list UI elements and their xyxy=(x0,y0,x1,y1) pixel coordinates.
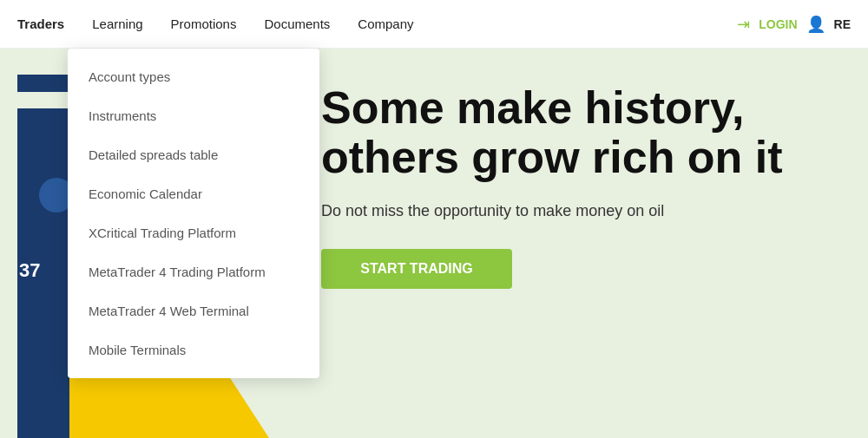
dropdown-account-types[interactable]: Account types xyxy=(68,57,319,96)
hero-content: Some make history, others grow rich on i… xyxy=(321,83,851,289)
dropdown-mobile[interactable]: Mobile Terminals xyxy=(68,330,319,369)
dropdown-mt4-web[interactable]: MetaTrader 4 Web Terminal xyxy=(68,291,319,330)
user-icon: 👤 xyxy=(806,15,825,34)
crane-number: 37 xyxy=(19,259,40,282)
hero-title: Some make history, others grow rich on i… xyxy=(321,83,851,182)
dropdown-detailed-spreads[interactable]: Detailed spreads table xyxy=(68,135,319,174)
dropdown-instruments[interactable]: Instruments xyxy=(68,96,319,135)
dropdown-xcritical[interactable]: XCritical Trading Platform xyxy=(68,213,319,252)
dropdown-economic-calendar[interactable]: Economic Calendar xyxy=(68,174,319,213)
nav-company[interactable]: Company xyxy=(358,16,413,31)
nav-actions: ⇥ LOGIN 👤 RE xyxy=(737,15,851,34)
traders-dropdown: Account types Instruments Detailed sprea… xyxy=(68,49,319,378)
hero-subtitle: Do not miss the opportunity to make mone… xyxy=(321,199,851,223)
main-nav: Traders Learning Promotions Documents Co… xyxy=(17,16,414,31)
nav-learning[interactable]: Learning xyxy=(92,16,142,31)
nav-documents[interactable]: Documents xyxy=(264,16,330,31)
nav-promotions[interactable]: Promotions xyxy=(171,16,237,31)
hero-cta-button[interactable]: START TRADING xyxy=(321,249,512,289)
dropdown-mt4-trading[interactable]: MetaTrader 4 Trading Platform xyxy=(68,252,319,291)
login-icon: ⇥ xyxy=(737,15,750,34)
header: Traders Learning Promotions Documents Co… xyxy=(0,0,868,49)
login-button[interactable]: LOGIN xyxy=(759,17,797,31)
nav-traders[interactable]: Traders xyxy=(17,16,64,31)
register-button[interactable]: RE xyxy=(834,17,851,31)
